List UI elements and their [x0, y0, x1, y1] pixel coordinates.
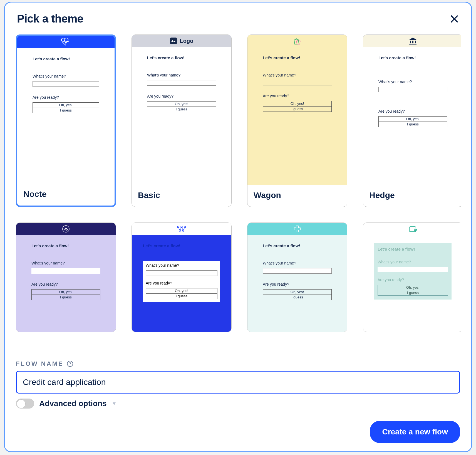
preview-header	[363, 35, 461, 47]
preview-opt1: Oh, yes!	[146, 288, 217, 293]
theme-card-row2c[interactable]: Let's create a flow! What's your name? A…	[247, 222, 347, 332]
wallet-icon	[409, 225, 417, 233]
flow-name-input[interactable]	[16, 371, 460, 394]
preview-opt1: Oh, yes!	[263, 290, 331, 295]
medical-cross-icon	[293, 225, 301, 233]
preview-body: Let's create a flow! What's your name? A…	[17, 48, 115, 184]
svg-point-5	[63, 226, 69, 232]
preview-opt2: I guess	[146, 293, 217, 299]
preview-opt1: Oh, yes!	[147, 102, 216, 107]
preview-opt2: I guess	[378, 290, 448, 295]
theme-card-row2a[interactable]: Let's create a flow! What's your name? A…	[16, 222, 116, 332]
preview-opt1: Oh, yes!	[33, 103, 99, 108]
preview-heading: Let's create a flow!	[31, 243, 100, 248]
fingerprint-icon	[62, 225, 70, 233]
preview-options: Oh, yes! I guess	[146, 288, 217, 299]
bank-icon	[409, 37, 417, 45]
theme-preview: Let's create a flow! What's your name? A…	[363, 35, 461, 185]
logo-badge-icon	[170, 37, 177, 44]
preview-header	[247, 223, 347, 235]
preview-opt1: Oh, yes!	[32, 290, 100, 295]
flow-name-label: FLOW NAME	[16, 360, 64, 367]
preview-options: Oh, yes! I guess	[147, 101, 216, 112]
preview-q2: Are you ready?	[33, 95, 99, 100]
advanced-label: Advanced options	[39, 399, 107, 408]
theme-name: Hedge	[363, 185, 461, 207]
preview-input	[146, 270, 217, 276]
close-icon[interactable]	[450, 14, 459, 24]
pick-theme-modal: Pick a theme Let's creat	[4, 2, 472, 452]
preview-options: Oh, yes! I guess	[31, 289, 100, 300]
theme-preview: Let's create a flow! What's your name? A…	[363, 223, 461, 332]
preview-input	[263, 85, 332, 85]
nodes-icon	[177, 226, 186, 232]
theme-preview: Let's create a flow! What's your name? A…	[16, 223, 116, 332]
theme-card-hedge[interactable]: Let's create a flow! What's your name? A…	[363, 34, 461, 207]
heartbeat-icon	[61, 38, 71, 46]
preview-opt1: Oh, yes!	[379, 117, 447, 122]
theme-card-wagon[interactable]: Let's create a flow! What's your name? A…	[247, 34, 347, 207]
theme-card-row2d[interactable]: Let's create a flow! What's your name? A…	[363, 222, 461, 332]
preview-q2: Are you ready?	[146, 281, 217, 285]
preview-q1: What's your name?	[263, 261, 332, 265]
theme-grid-scroll[interactable]: Let's create a flow! What's your name? A…	[15, 34, 461, 355]
preview-options: Oh, yes! I guess	[378, 116, 447, 127]
preview-body: Let's create a flow! What's your name? A…	[247, 235, 347, 332]
preview-input	[33, 81, 99, 87]
preview-inner-card: What's your name? Are you ready? Oh, yes…	[143, 261, 220, 302]
shopping-bag-icon	[293, 37, 301, 45]
preview-opt2: I guess	[32, 295, 100, 300]
preview-q1: What's your name?	[147, 73, 216, 77]
theme-card-basic[interactable]: Logo Let's create a flow! What's your na…	[132, 34, 232, 207]
theme-preview: Let's create a flow! What's your name? A…	[132, 223, 231, 332]
preview-heading: Let's create a flow!	[143, 243, 220, 248]
theme-card-nocte[interactable]: Let's create a flow! What's your name? A…	[16, 34, 116, 207]
preview-options: Oh, yes! I guess	[33, 102, 99, 113]
preview-opt2: I guess	[263, 106, 331, 112]
preview-heading: Let's create a flow!	[33, 56, 99, 61]
preview-input	[378, 267, 448, 272]
advanced-options-row: Advanced options ▼	[16, 399, 460, 409]
preview-q2: Are you ready?	[378, 109, 447, 113]
theme-grid: Let's create a flow! What's your name? A…	[16, 34, 460, 332]
preview-input	[147, 80, 216, 86]
svg-rect-1	[410, 41, 411, 43]
preview-q1: What's your name?	[378, 260, 448, 264]
preview-body: Let's create a flow! What's your name? A…	[16, 235, 116, 332]
preview-opt2: I guess	[147, 107, 216, 112]
theme-preview: Let's create a flow! What's your name? A…	[17, 36, 115, 184]
modal-footer: Create a new flow	[16, 421, 460, 443]
preview-opt1: Oh, yes!	[263, 101, 331, 106]
svg-point-14	[415, 229, 416, 230]
flow-form: FLOW NAME ? Advanced options ▼ Create a …	[15, 360, 461, 443]
preview-q2: Are you ready?	[147, 94, 216, 98]
modal-title: Pick a theme	[17, 13, 83, 25]
theme-preview: Let's create a flow! What's your name? A…	[247, 223, 347, 332]
preview-body: Let's create a flow! What's your name? A…	[132, 47, 231, 185]
flow-name-label-row: FLOW NAME ?	[16, 360, 460, 367]
theme-card-row2b[interactable]: Let's create a flow! What's your name? A…	[132, 222, 232, 332]
preview-heading: Let's create a flow!	[147, 55, 216, 60]
theme-preview: Logo Let's create a flow! What's your na…	[132, 35, 231, 185]
preview-header: Logo	[132, 35, 231, 47]
preview-options: Oh, yes! I guess	[263, 101, 332, 112]
preview-q1: What's your name?	[33, 74, 99, 78]
preview-heading: Let's create a flow!	[378, 247, 448, 251]
create-flow-button[interactable]: Create a new flow	[370, 421, 460, 443]
preview-input	[378, 87, 447, 92]
preview-q1: What's your name?	[31, 261, 100, 265]
chevron-down-icon[interactable]: ▼	[112, 401, 117, 407]
preview-header	[247, 35, 347, 47]
preview-header	[17, 36, 115, 48]
theme-preview: Let's create a flow! What's your name? A…	[247, 35, 347, 185]
svg-rect-4	[409, 44, 416, 44]
preview-q1: What's your name?	[378, 80, 447, 84]
help-icon[interactable]: ?	[67, 361, 73, 367]
svg-rect-0	[170, 38, 177, 44]
preview-inner-card: Let's create a flow! What's your name? A…	[374, 243, 452, 300]
preview-heading: Let's create a flow!	[378, 55, 447, 60]
advanced-toggle[interactable]	[16, 399, 34, 409]
preview-heading: Let's create a flow!	[263, 55, 332, 60]
preview-header	[16, 223, 116, 235]
theme-name: Basic	[132, 185, 231, 207]
